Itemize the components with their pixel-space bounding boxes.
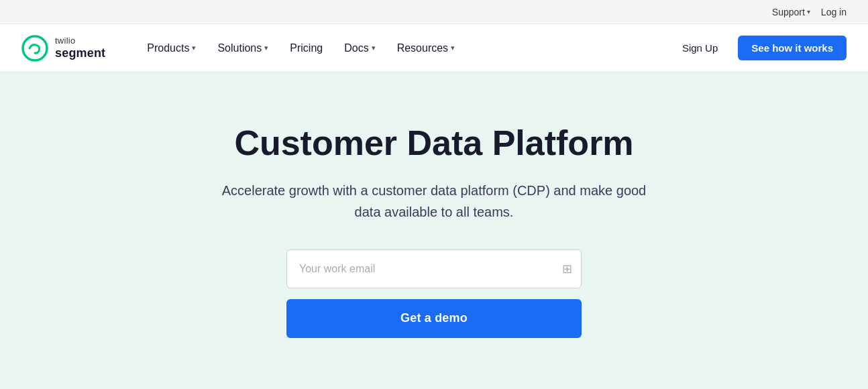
- login-link[interactable]: Log in: [821, 7, 847, 17]
- see-how-label: See how it works: [751, 42, 833, 54]
- nav-pricing-label: Pricing: [290, 42, 323, 54]
- nav-resources[interactable]: Resources ▾: [388, 37, 464, 60]
- logo-segment: segment: [55, 46, 105, 61]
- hero-title: Customer Data Platform: [234, 123, 633, 164]
- logo-icon: [21, 35, 48, 62]
- docs-chevron-icon: ▾: [372, 44, 376, 52]
- logo-link[interactable]: twilio segment: [21, 35, 105, 62]
- login-label: Log in: [821, 7, 847, 17]
- nav-docs[interactable]: Docs ▾: [335, 37, 384, 60]
- signup-button[interactable]: Sign Up: [670, 36, 730, 60]
- hero-subtitle: Accelerate growth with a customer data p…: [219, 180, 649, 223]
- support-chevron-icon: ▾: [807, 8, 810, 15]
- nav-pricing[interactable]: Pricing: [280, 37, 332, 60]
- nav-products[interactable]: Products ▾: [138, 37, 205, 60]
- email-input[interactable]: [286, 249, 582, 288]
- top-bar: Support ▾ Log in: [0, 0, 868, 24]
- get-demo-button[interactable]: Get a demo: [286, 299, 582, 338]
- hero-section: Customer Data Platform Accelerate growth…: [0, 72, 868, 389]
- nav-solutions-label: Solutions: [217, 42, 262, 54]
- nav-right: Sign Up See how it works: [670, 36, 847, 60]
- nav-products-label: Products: [147, 42, 189, 54]
- nav-docs-label: Docs: [344, 42, 368, 54]
- signup-label: Sign Up: [682, 42, 718, 54]
- logo-text: twilio segment: [55, 36, 105, 60]
- nav-solutions[interactable]: Solutions ▾: [208, 37, 278, 60]
- see-how-button[interactable]: See how it works: [738, 36, 847, 60]
- products-chevron-icon: ▾: [192, 44, 196, 52]
- get-demo-label: Get a demo: [400, 311, 468, 325]
- email-icon: ⊞: [562, 262, 572, 276]
- navbar: twilio segment Products ▾ Solutions ▾ Pr…: [0, 24, 868, 72]
- resources-chevron-icon: ▾: [451, 44, 455, 52]
- support-label: Support: [772, 7, 805, 17]
- nav-resources-label: Resources: [397, 42, 448, 54]
- support-link[interactable]: Support ▾: [772, 7, 810, 17]
- solutions-chevron-icon: ▾: [264, 44, 268, 52]
- logo-twilio: twilio: [55, 36, 105, 46]
- email-input-wrapper: ⊞: [286, 249, 582, 288]
- nav-links: Products ▾ Solutions ▾ Pricing Docs ▾ Re…: [138, 37, 670, 60]
- svg-point-0: [23, 36, 47, 60]
- email-form: ⊞ Get a demo: [286, 249, 582, 338]
